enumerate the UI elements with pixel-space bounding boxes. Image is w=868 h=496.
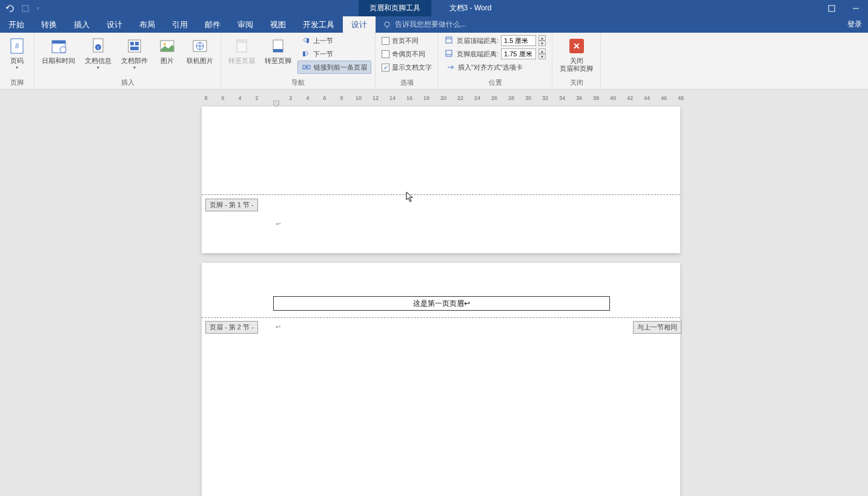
tab-hf-design[interactable]: 设计 bbox=[343, 16, 376, 33]
mouse-cursor-icon bbox=[406, 191, 414, 204]
minimize-icon[interactable] bbox=[844, 0, 868, 16]
ruler-tick: 4 bbox=[303, 95, 312, 101]
tab-mailings[interactable]: 邮件 bbox=[196, 16, 229, 33]
picture-button[interactable]: 图片 bbox=[154, 34, 181, 67]
svg-text:#: # bbox=[15, 42, 19, 50]
tab-review[interactable]: 审阅 bbox=[229, 16, 262, 33]
ruler-tick: 48 bbox=[677, 95, 685, 101]
ribbon-group-footer: # 页码 ▼ 页脚 bbox=[0, 33, 35, 89]
picture-icon bbox=[157, 36, 177, 56]
svg-point-3 bbox=[385, 22, 389, 27]
insert-alignment-tab-button[interactable]: 插入"对齐方式"选项卡 bbox=[442, 61, 548, 74]
svg-rect-1 bbox=[829, 5, 835, 12]
svg-rect-32 bbox=[446, 50, 452, 56]
page-1[interactable]: 页脚 - 第 1 节 - ↩ bbox=[202, 107, 680, 253]
docparts-button[interactable]: 文档部件 ▼ bbox=[118, 34, 151, 72]
ruler-tick: 36 bbox=[575, 95, 583, 101]
tell-me-search[interactable]: 告诉我您想要做什么... bbox=[376, 16, 474, 33]
datetime-button[interactable]: 日期和时间 bbox=[38, 34, 79, 67]
tab-layout[interactable]: 布局 bbox=[131, 16, 164, 33]
footer-section-tag: 页脚 - 第 1 节 - bbox=[205, 199, 258, 211]
svg-rect-8 bbox=[52, 41, 65, 44]
page-2[interactable]: 这是第一页页眉↩ 页眉 - 第 2 节 - 与上一节相同 ↩ bbox=[202, 263, 680, 496]
alignment-tab-icon bbox=[446, 62, 456, 72]
tab-insert[interactable]: 插入 bbox=[65, 16, 98, 33]
document-title: 文档3 - Word bbox=[431, 0, 510, 16]
ruler-tick: 4 bbox=[236, 95, 244, 101]
header-boundary-line bbox=[202, 317, 680, 318]
dropdown-arrow-icon: ▼ bbox=[133, 65, 137, 70]
tab-references[interactable]: 引用 bbox=[164, 16, 196, 33]
prev-section-icon bbox=[301, 36, 311, 45]
header-distance-input[interactable] bbox=[501, 35, 536, 46]
ruler-tick: 2 bbox=[253, 95, 261, 101]
svg-rect-25 bbox=[306, 38, 309, 43]
goto-header-icon bbox=[232, 36, 251, 56]
calendar-icon bbox=[49, 36, 68, 56]
undo-icon[interactable] bbox=[5, 4, 15, 13]
ruler-tick: 6 bbox=[320, 95, 329, 101]
ruler-tick: 32 bbox=[541, 95, 549, 101]
header-distance-icon bbox=[445, 36, 454, 45]
footer-distance-input[interactable] bbox=[501, 48, 536, 59]
svg-rect-26 bbox=[303, 51, 305, 56]
ruler-tick: 24 bbox=[473, 95, 482, 101]
menubar: 开始 转换 插入 设计 布局 引用 邮件 审阅 视图 开发工具 设计 告诉我您想… bbox=[0, 16, 868, 33]
ribbon-display-options-icon[interactable] bbox=[820, 0, 844, 16]
header-text-box[interactable]: 这是第一页页眉↩ bbox=[273, 296, 610, 311]
spinner-down-button[interactable]: ▼ bbox=[538, 41, 546, 46]
next-section-button[interactable]: 下一节 bbox=[297, 47, 371, 61]
ruler-tick: 6 bbox=[219, 95, 227, 101]
ruler-tick: 12 bbox=[371, 95, 380, 101]
header-distance-row: 页眉顶端距离: ▲ ▼ bbox=[442, 34, 548, 47]
tab-view[interactable]: 视图 bbox=[262, 16, 294, 33]
svg-rect-22 bbox=[237, 40, 247, 43]
login-link[interactable]: 登录 bbox=[841, 16, 868, 33]
ribbon-group-close: ✕ 关闭 页眉和页脚 关闭 bbox=[552, 33, 601, 89]
online-picture-icon bbox=[190, 36, 210, 56]
close-header-footer-button[interactable]: ✕ 关闭 页眉和页脚 bbox=[556, 34, 597, 75]
ribbon-group-insert: 日期和时间 i 文档信息 ▼ 文档部件 ▼ 图片 联机图片 插入 bbox=[35, 33, 221, 89]
tab-home[interactable]: 开始 bbox=[0, 16, 33, 33]
ribbon-group-navigation: 转至页眉 转至页脚 上一节 下一节 链接到前一条页眉 bbox=[221, 33, 376, 89]
footer-boundary-line bbox=[202, 194, 680, 195]
tab-developer[interactable]: 开发工具 bbox=[294, 16, 343, 33]
next-section-icon bbox=[301, 49, 311, 59]
link-to-previous-button[interactable]: 链接到前一条页眉 bbox=[297, 61, 371, 74]
page-number-icon: # bbox=[7, 36, 27, 56]
checkbox-checked-icon: ✓ bbox=[382, 64, 389, 71]
ruler-tick: 28 bbox=[507, 95, 515, 101]
ruler-tick: 46 bbox=[660, 95, 668, 101]
repeat-icon[interactable] bbox=[21, 4, 30, 13]
svg-rect-24 bbox=[273, 49, 283, 52]
ruler-tick: 2 bbox=[287, 95, 295, 101]
qat-separator: ▾ bbox=[36, 5, 39, 12]
spinner-down-button[interactable]: ▼ bbox=[538, 54, 546, 59]
ruler-tick: 10 bbox=[354, 95, 363, 101]
show-document-text-checkbox[interactable]: ✓ 显示文档文字 bbox=[379, 61, 434, 74]
dropdown-arrow-icon: ▼ bbox=[96, 65, 101, 70]
goto-footer-button[interactable]: 转至页脚 bbox=[261, 34, 295, 67]
ruler-tick: 14 bbox=[388, 95, 397, 101]
odd-even-different-checkbox[interactable]: 奇偶页不同 bbox=[379, 47, 434, 61]
ruler-tick: 8 bbox=[202, 95, 210, 101]
ribbon-group-options: 首页不同 奇偶页不同 ✓ 显示文档文字 选项 bbox=[376, 33, 439, 89]
close-icon: ✕ bbox=[567, 36, 586, 56]
spinner-up-button[interactable]: ▲ bbox=[538, 35, 546, 41]
ruler-tick: 8 bbox=[337, 95, 346, 101]
ruler-tick: 22 bbox=[456, 95, 465, 101]
prev-section-button[interactable]: 上一节 bbox=[297, 34, 371, 47]
ruler-tick: 20 bbox=[439, 95, 448, 101]
tab-convert[interactable]: 转换 bbox=[33, 16, 65, 33]
online-picture-button[interactable]: 联机图片 bbox=[183, 34, 217, 67]
context-tool-label: 页眉和页脚工具 bbox=[359, 0, 431, 16]
titlebar: ▾ 页眉和页脚工具 文档3 - Word bbox=[0, 0, 868, 16]
paragraph-mark: ↩ bbox=[276, 323, 280, 330]
spinner-up-button[interactable]: ▲ bbox=[538, 48, 546, 54]
page-number-button[interactable]: # 页码 ▼ bbox=[4, 34, 30, 72]
first-page-different-checkbox[interactable]: 首页不同 bbox=[379, 34, 434, 47]
tab-design[interactable]: 设计 bbox=[98, 16, 131, 33]
docinfo-button[interactable]: i 文档信息 ▼ bbox=[81, 34, 115, 72]
tell-me-label: 告诉我您想要做什么... bbox=[395, 19, 466, 30]
svg-rect-14 bbox=[130, 42, 134, 45]
